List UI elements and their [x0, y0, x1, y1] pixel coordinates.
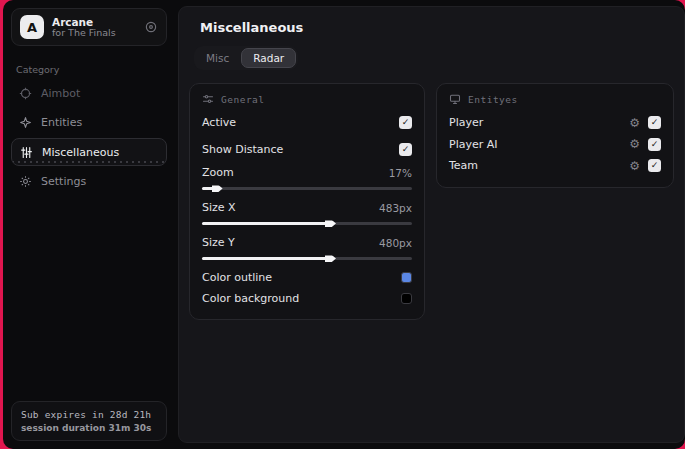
sidebar-item-label: Settings — [41, 175, 86, 188]
setting-row-color-background: Color background — [202, 288, 412, 309]
size-x-value: 483px — [379, 202, 412, 214]
zoom-slider[interactable] — [202, 187, 412, 190]
zoom-value: 17% — [389, 167, 412, 179]
status-target-icon[interactable] — [144, 20, 158, 34]
player-settings-gear-icon[interactable]: ⚙ — [629, 117, 640, 129]
tab-bar: Misc Radar — [194, 46, 298, 70]
sidebar-item-miscellaneous[interactable]: Miscellaneous — [11, 138, 167, 166]
size-y-value: 480px — [379, 237, 412, 249]
general-panel: General Active ✓ Show Distance ✓ Zoom 17… — [189, 83, 425, 320]
page-title: Miscellaneous — [200, 20, 674, 35]
sidebar-item-aimbot[interactable]: Aimbot — [11, 80, 167, 107]
setting-row-active: Active ✓ — [202, 112, 412, 133]
app-title: Arcane — [52, 16, 136, 28]
subscription-card: Sub expires in 28d 21h session duration … — [11, 401, 167, 441]
sidebar-item-settings[interactable]: Settings — [11, 168, 167, 195]
entity-row-player: Player ⚙ ✓ — [449, 112, 661, 134]
size-x-slider[interactable] — [202, 222, 412, 225]
entity-row-player-ai: Player AI ⚙ ✓ — [449, 134, 661, 156]
setting-row-show-distance: Show Distance ✓ — [202, 139, 412, 160]
app-header-card: A Arcane for The Finals — [11, 8, 167, 46]
size-x-slider-thumb[interactable] — [325, 220, 336, 227]
show-distance-checkbox[interactable]: ✓ — [399, 143, 412, 156]
team-checkbox[interactable]: ✓ — [648, 159, 661, 172]
entity-row-team: Team ⚙ ✓ — [449, 155, 661, 177]
app-subtitle: for The Finals — [52, 28, 136, 39]
session-duration-text: session duration 31m 30s — [21, 423, 157, 433]
size-x-slider-block: Size X 483px — [202, 197, 412, 225]
player-ai-settings-gear-icon[interactable]: ⚙ — [629, 138, 640, 150]
entities-panel: Entityes Player ⚙ ✓ Player AI ⚙ ✓ — [436, 83, 674, 188]
sidebar-item-label: Miscellaneous — [42, 146, 119, 159]
general-panel-title: General — [221, 94, 265, 105]
main-area: Miscellaneous Misc Radar General — [175, 0, 685, 449]
tab-radar[interactable]: Radar — [241, 48, 296, 68]
crosshair-icon — [18, 87, 32, 100]
color-background-swatch[interactable] — [401, 293, 412, 304]
tab-misc[interactable]: Misc — [196, 48, 239, 68]
sidebar-item-label: Entities — [41, 116, 82, 129]
active-checkbox[interactable]: ✓ — [399, 116, 412, 129]
size-y-slider-thumb[interactable] — [325, 255, 336, 262]
zoom-slider-block: Zoom 17% — [202, 162, 412, 190]
sidebar-item-entities[interactable]: Entities — [11, 109, 167, 136]
sub-expiry-text: Sub expires in 28d 21h — [21, 409, 157, 420]
player-checkbox[interactable]: ✓ — [648, 116, 661, 129]
setting-row-color-outline: Color outline — [202, 267, 412, 288]
entities-icon — [18, 116, 32, 129]
monitor-icon — [449, 93, 461, 105]
color-outline-swatch[interactable] — [401, 272, 412, 283]
main-panel: Miscellaneous Misc Radar General — [178, 6, 685, 443]
team-settings-gear-icon[interactable]: ⚙ — [629, 160, 640, 172]
sidebar: A Arcane for The Finals Category Aimbot — [3, 0, 175, 449]
app-logo: A — [20, 15, 44, 39]
entities-panel-title: Entityes — [468, 94, 518, 105]
zoom-slider-thumb[interactable] — [212, 185, 223, 192]
gear-icon — [18, 175, 32, 188]
size-y-slider-block: Size Y 480px — [202, 232, 412, 260]
player-ai-checkbox[interactable]: ✓ — [648, 138, 661, 151]
sliders-icon — [19, 146, 33, 159]
general-sliders-icon — [202, 93, 214, 105]
category-label: Category — [16, 64, 175, 75]
sidebar-item-label: Aimbot — [41, 87, 80, 100]
app-window: A Arcane for The Finals Category Aimbot — [3, 0, 685, 449]
size-y-slider[interactable] — [202, 257, 412, 260]
